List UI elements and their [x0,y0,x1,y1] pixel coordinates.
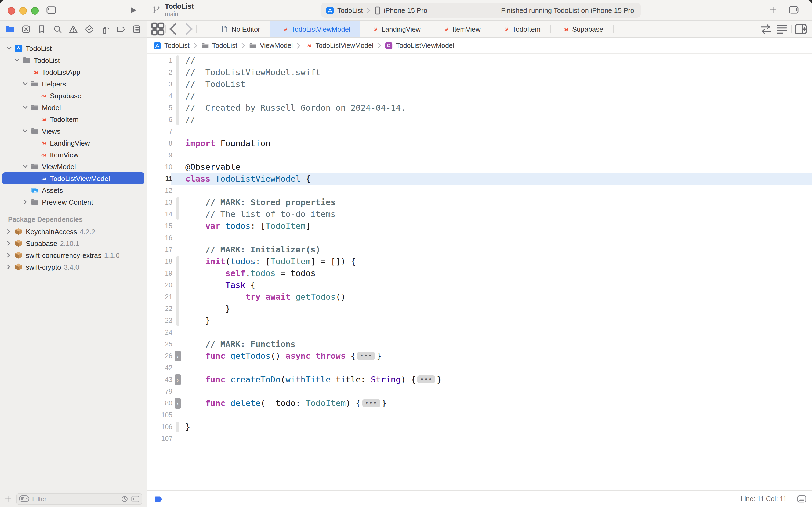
breadcrumb-todolistviewmodel-4[interactable]: CTodoListViewModel [385,42,454,49]
reports-navigator-icon[interactable] [132,24,141,34]
tree-item-landingview[interactable]: LandingView [0,137,147,149]
issues-navigator-icon[interactable] [69,24,78,34]
app-scheme-icon [326,6,334,14]
tree-item-viewmodel[interactable]: ViewModel [0,161,147,172]
fold-ribbon [172,208,183,220]
tree-item-todoitem[interactable]: TodoItem [0,113,147,125]
related-items-icon[interactable] [151,21,165,37]
debug-navigator-icon[interactable] [101,24,110,34]
line-number: 8 [147,137,172,149]
package-item-keychainaccess[interactable]: KeychainAccess4.2.2 [0,226,147,237]
breadcrumb-todolist-0[interactable]: TodoList [154,42,189,49]
line-number: 17 [147,244,172,256]
tree-item-model[interactable]: Model [0,102,147,113]
iphone-device-icon [374,6,381,14]
scheme-name[interactable]: TodoList [337,6,363,14]
tree-item-itemview[interactable]: ItemView [0,149,147,161]
toggle-navigator-icon[interactable] [46,5,56,15]
tree-item-todolistapp[interactable]: TodoListApp [0,66,147,78]
tab-no-editor[interactable]: No Editor [211,21,271,37]
breakpoints-toggle-icon[interactable] [155,496,163,502]
tests-navigator-icon[interactable] [84,24,94,34]
line-number: 23 [147,315,172,327]
project-navigator-icon[interactable] [5,24,14,34]
go-back-icon[interactable] [166,21,181,37]
bookmarks-navigator-icon[interactable] [37,24,46,34]
line-col-indicator: Line: 11 Col: 11 [741,495,787,503]
fold-ribbon: › [172,350,183,362]
code-fold-button[interactable]: › [175,398,181,409]
tree-item-todolist[interactable]: TodoList [0,54,147,66]
go-forward-icon[interactable] [181,21,196,37]
minimize-window-button[interactable] [19,7,27,14]
find-navigator-icon[interactable] [53,24,62,34]
line-number: 20 [147,279,172,291]
source-control-navigator-icon[interactable] [21,24,31,34]
tree-item-supabase[interactable]: Supabase [0,90,147,102]
code-line-80: 80› func delete(_ todo: TodoItem) {•••} [147,397,812,409]
run-button[interactable] [129,6,137,14]
add-editor-icon[interactable] [794,22,808,36]
line-number: 1 [147,55,172,67]
tab-todoitem[interactable]: TodoItem [491,21,551,37]
tree-item-views[interactable]: Views [0,125,147,137]
breadcrumb-todolistviewmodel-3[interactable]: TodoListViewModel [304,42,373,49]
package-item-swift-crypto[interactable]: swift-crypto3.4.0 [0,261,147,273]
tree-item-helpers[interactable]: Helpers [0,78,147,90]
code-line-23: 23 } [147,315,812,327]
tree-item-assets[interactable]: Assets [0,184,147,196]
add-item-icon[interactable] [4,495,12,502]
adjust-editor-options-icon[interactable] [775,22,789,36]
scheme-activity-bar: TodoList iPhone 15 Pro Finished running … [321,3,641,18]
fold-ribbon [172,137,183,149]
tab-todolistviewmodel[interactable]: TodoListViewModel [271,21,361,37]
breadcrumb-viewmodel-2[interactable]: ViewModel [249,42,293,49]
toggle-debug-area-icon[interactable] [797,495,807,503]
fold-ribbon [172,220,183,232]
line-number: 21 [147,291,172,303]
breadcrumb-todolist-1[interactable]: TodoList [201,42,237,49]
tree-item-todolistviewmodel[interactable]: TodoListViewModel [0,172,147,184]
close-window-button[interactable] [7,7,15,14]
zoom-window-button[interactable] [31,7,39,14]
navigator-filter-bar: Filter [0,490,147,507]
fold-ribbon [172,362,183,374]
toggle-inspector-icon[interactable] [789,5,799,14]
title-bar: TodoList main TodoList iPhone 15 Pro Fin… [0,0,812,21]
folded-code-ellipsis[interactable]: ••• [417,376,435,384]
tab-supabase[interactable]: Supabase [551,21,613,37]
recent-files-clock-icon[interactable] [121,495,128,502]
tab-bar-right-controls [759,21,812,37]
fold-ribbon [172,303,183,315]
add-new-file-icon[interactable] [769,6,777,14]
package-item-supabase[interactable]: Supabase2.10.1 [0,237,147,249]
fold-ribbon [172,327,183,338]
folded-code-ellipsis[interactable]: ••• [357,352,375,360]
fold-ribbon [172,114,183,126]
line-number: 79 [147,386,172,397]
code-fold-button[interactable]: › [175,374,181,385]
breakpoints-navigator-icon[interactable] [116,24,125,34]
scm-status-filter-icon[interactable] [131,495,139,502]
code-fold-button[interactable]: › [175,351,181,361]
tab-landingview[interactable]: LandingView [361,21,431,37]
swap-editor-icon[interactable] [759,22,773,36]
tree-item-preview-content[interactable]: Preview Content [0,196,147,208]
run-destination[interactable]: iPhone 15 Pro [384,6,427,14]
code-line-14: 14 // The list of to-do items [147,208,812,220]
fold-ribbon [172,386,183,397]
tree-item-todolist[interactable]: TodoList [0,43,147,54]
tab-itemview[interactable]: ItemView [431,21,491,37]
filter-menu-icon[interactable] [19,495,30,502]
line-number: 4 [147,90,172,102]
line-number: 42 [147,362,172,374]
filter-field[interactable]: Filter [16,493,142,505]
folded-code-ellipsis[interactable]: ••• [362,399,380,407]
code-line-6: 6// [147,114,812,126]
code-line-25: 25 // MARK: Functions [147,338,812,350]
code-line-7: 7 [147,126,812,137]
package-item-swift-concurrency-extras[interactable]: swift-concurrency-extras1.1.0 [0,249,147,261]
line-number: 2 [147,67,172,78]
app-icon [154,42,161,49]
code-line-2: 2// TodoListViewModel.swift [147,67,812,78]
